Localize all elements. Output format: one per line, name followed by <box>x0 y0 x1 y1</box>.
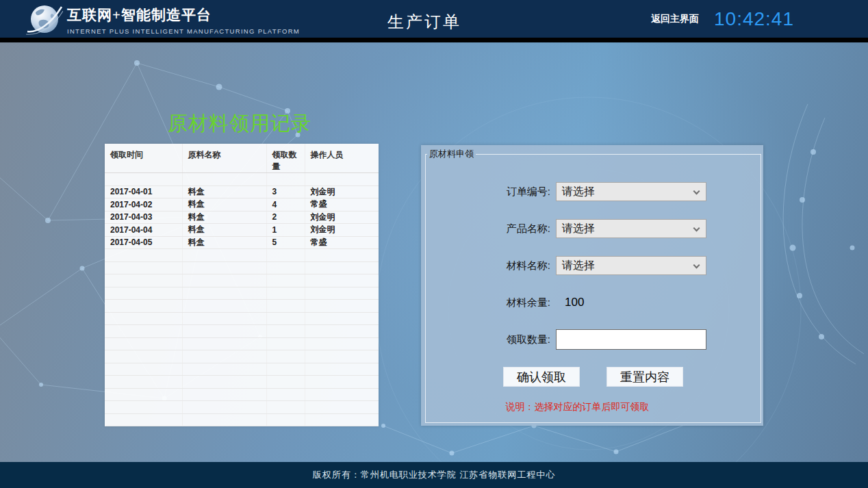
table-cell: 5 <box>266 236 305 249</box>
table-row-empty <box>105 388 379 401</box>
table-cell <box>105 300 182 313</box>
table-cell <box>105 413 182 426</box>
table-cell: 2017-04-03 <box>105 211 182 224</box>
material-remaining-value: 100 <box>556 293 706 312</box>
table-cell: 2017-04-04 <box>105 224 182 237</box>
header-right: 返回主界面 10:42:41 <box>651 0 794 38</box>
table-cell <box>182 325 266 338</box>
table-cell: 2 <box>266 211 305 224</box>
material-remaining-label: 材料余量: <box>426 296 550 309</box>
table-cell <box>105 287 182 300</box>
product-name-selected-value: 请选择 <box>562 222 595 236</box>
table-cell <box>182 173 266 186</box>
table-cell <box>266 274 305 287</box>
table-cell <box>182 388 266 401</box>
records-title: 原材料领用记录 <box>168 110 311 138</box>
table-cell <box>305 376 379 389</box>
table-row-empty <box>105 401 379 414</box>
back-to-main-link[interactable]: 返回主界面 <box>651 13 699 25</box>
table-cell <box>305 350 379 363</box>
table-cell <box>266 413 305 426</box>
table-row[interactable]: 2017-04-01料盒3刘金明 <box>105 185 379 198</box>
table-cell <box>105 376 182 389</box>
table-cell <box>266 300 305 313</box>
apply-legend: 原材料申领 <box>427 148 476 160</box>
confirm-pick-button[interactable]: 确认领取 <box>503 367 580 387</box>
table-cell <box>182 261 266 274</box>
table-row-empty <box>105 287 379 300</box>
table-cell <box>305 261 379 274</box>
table-cell <box>266 388 305 401</box>
table-row-empty <box>105 249 379 262</box>
material-name-row: 材料名称: 请选择 <box>426 256 761 275</box>
table-cell <box>266 325 305 338</box>
table-cell <box>305 401 379 414</box>
table-cell <box>105 261 182 274</box>
table-cell <box>305 312 379 325</box>
copyright-text: 版权所有：常州机电职业技术学院 江苏省物联网工程中心 <box>313 469 556 481</box>
table-cell: 3 <box>266 185 305 198</box>
table-cell <box>105 363 182 376</box>
table-cell: 1 <box>266 224 305 237</box>
table-cell: 刘金明 <box>305 185 379 198</box>
table-row-empty <box>105 312 379 325</box>
table-row-empty <box>105 173 379 186</box>
product-name-row: 产品名称: 请选择 <box>426 219 761 238</box>
records-table-head: 领取时间 原料名称 领取数量 操作人员 <box>105 144 379 173</box>
material-name-select[interactable]: 请选择 <box>556 256 706 275</box>
table-cell <box>266 350 305 363</box>
table-cell: 常盛 <box>305 236 379 249</box>
table-cell <box>305 388 379 401</box>
instruction-note: 说明：选择对应的订单后即可领取 <box>426 401 761 413</box>
table-row-empty <box>105 325 379 338</box>
main-area: 原材料领用记录 领取时间 原料名称 领取数量 操作人员 2017-04-01料盒… <box>0 42 868 462</box>
brand: 互联网+智能制造平台 INTERNET PLUS INTELLIGENT MAN… <box>26 1 300 38</box>
product-name-select[interactable]: 请选择 <box>556 219 706 238</box>
table-row[interactable]: 2017-04-04料盒1刘金明 <box>105 224 379 237</box>
footer-bar: 版权所有：常州机电职业技术学院 江苏省物联网工程中心 <box>0 462 868 488</box>
order-number-label: 订单编号: <box>426 185 550 198</box>
table-cell <box>182 274 266 287</box>
col-header-pick-time: 领取时间 <box>105 144 182 173</box>
records-table: 领取时间 原料名称 领取数量 操作人员 2017-04-01料盒3刘金明2017… <box>105 144 379 426</box>
page-title: 生产订单 <box>387 11 461 33</box>
col-header-material-name: 原料名称 <box>182 144 266 173</box>
table-cell <box>182 337 266 350</box>
order-number-selected-value: 请选择 <box>562 185 595 199</box>
apply-fieldset: 原材料申领 订单编号: 请选择 产品名称: 请选择 <box>425 148 761 423</box>
table-cell: 料盒 <box>182 224 266 237</box>
table-row-empty <box>105 274 379 287</box>
table-cell: 2017-04-05 <box>105 236 182 249</box>
table-cell: 料盒 <box>182 198 266 211</box>
brand-text: 互联网+智能制造平台 INTERNET PLUS INTELLIGENT MAN… <box>67 5 300 35</box>
table-row-empty <box>105 363 379 376</box>
table-row[interactable]: 2017-04-03料盒2刘金明 <box>105 211 379 224</box>
pick-quantity-input[interactable] <box>556 329 706 350</box>
table-cell <box>266 249 305 262</box>
table-cell <box>266 287 305 300</box>
table-cell <box>105 173 182 186</box>
pick-quantity-row: 领取数量: <box>426 330 761 349</box>
table-cell <box>305 300 379 313</box>
pick-quantity-label: 领取数量: <box>426 333 550 346</box>
reset-content-button[interactable]: 重置内容 <box>607 367 683 387</box>
table-cell: 2017-04-01 <box>105 185 182 198</box>
table-row[interactable]: 2017-04-05料盒5常盛 <box>105 236 379 249</box>
table-cell <box>305 287 379 300</box>
table-cell <box>182 249 266 262</box>
table-row-empty <box>105 376 379 389</box>
table-row-empty <box>105 337 379 350</box>
table-row-empty <box>105 413 379 426</box>
table-cell <box>266 173 305 186</box>
table-cell: 料盒 <box>182 185 266 198</box>
material-remaining-row: 材料余量: 100 <box>426 293 761 312</box>
table-row-empty <box>105 261 379 274</box>
table-cell <box>266 261 305 274</box>
table-row[interactable]: 2017-04-02料盒4常盛 <box>105 198 379 211</box>
table-cell <box>105 401 182 414</box>
table-cell <box>182 300 266 313</box>
table-cell <box>182 401 266 414</box>
records-table-body: 2017-04-01料盒3刘金明2017-04-02料盒4常盛2017-04-0… <box>105 173 379 426</box>
order-number-select[interactable]: 请选择 <box>556 182 706 201</box>
table-cell <box>105 388 182 401</box>
